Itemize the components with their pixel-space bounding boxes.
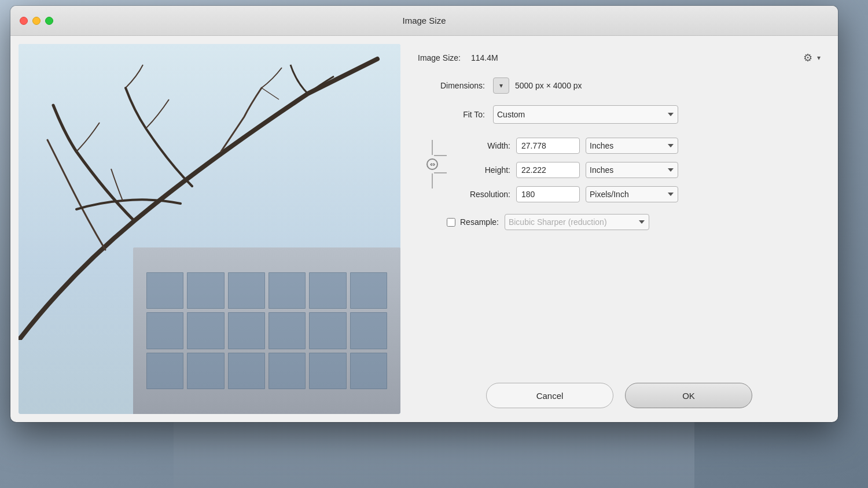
- resample-select-wrap: Bicubic Sharper (reduction) Bicubic (smo…: [505, 214, 649, 230]
- link-icon: ⇔: [426, 158, 438, 170]
- preview-image: [19, 44, 400, 414]
- resample-label: Resample:: [460, 217, 499, 227]
- height-label: Height:: [447, 165, 510, 175]
- resolution-label: Resolution:: [447, 190, 510, 199]
- height-row: Height: 22.222 Inches Centimeters Millim…: [447, 162, 821, 178]
- resample-row: Resample: Bicubic Sharper (reduction) Bi…: [418, 214, 821, 230]
- dimensions-row: Dimensions: ▾ 5000 px × 4000 px: [418, 77, 821, 94]
- image-size-label: Image Size:: [418, 53, 466, 62]
- height-unit-select[interactable]: Inches Centimeters Millimeters Points Pi…: [586, 162, 678, 178]
- width-unit-select[interactable]: Inches Centimeters Millimeters Points Pi…: [586, 138, 678, 154]
- ok-button[interactable]: OK: [625, 383, 752, 408]
- cancel-button[interactable]: Cancel: [486, 383, 613, 408]
- window-title: Image Size: [402, 16, 446, 25]
- buttons-row: Cancel OK: [418, 371, 821, 408]
- titlebar: Image Size: [10, 6, 838, 36]
- width-input[interactable]: 27.778: [516, 138, 580, 154]
- dimensions-label: Dimensions:: [418, 81, 493, 90]
- link-bracket: ⇔: [418, 135, 447, 202]
- spacer: [418, 230, 821, 371]
- image-size-left: Image Size: 114.4M: [418, 53, 498, 62]
- fit-to-label: Fit To:: [418, 110, 493, 119]
- dimensions-value: 5000 px × 4000 px: [515, 81, 582, 90]
- image-size-value: 114.4M: [471, 53, 498, 62]
- preview-panel: [19, 44, 400, 414]
- close-button[interactable]: [20, 17, 28, 25]
- image-size-row: Image Size: 114.4M ⚙ ▾: [418, 50, 821, 66]
- width-label: Width:: [447, 141, 510, 150]
- dimensions-chevron-button[interactable]: ▾: [493, 77, 509, 94]
- chevron-down-icon: ▾: [499, 82, 503, 90]
- resample-method-select[interactable]: Bicubic Sharper (reduction) Bicubic (smo…: [505, 214, 649, 230]
- maximize-button[interactable]: [45, 17, 53, 25]
- resolution-input[interactable]: 180: [516, 186, 580, 202]
- bracket-bottom-line: [432, 173, 433, 188]
- window-body: Image Size: 114.4M ⚙ ▾ Dimensions: ▾ 500…: [10, 36, 838, 422]
- bracket-horizontal: [418, 155, 447, 156]
- width-row: Width: 27.778 Inches Centimeters Millime…: [447, 138, 821, 154]
- linked-section: ⇔ Width: 27.778 Inches: [418, 135, 821, 202]
- gear-dropdown-combo: ⚙ ▾: [800, 50, 821, 66]
- fit-to-select[interactable]: Custom Original Size US Paper (8.5 x 11 …: [493, 105, 678, 124]
- gear-button[interactable]: ⚙: [800, 50, 816, 66]
- fit-to-row: Fit To: Custom Original Size US Paper (8…: [418, 105, 821, 124]
- bracket-top-line: [432, 140, 433, 155]
- resolution-unit-select[interactable]: Pixels/Inch Pixels/Centimeter: [586, 186, 678, 202]
- building-windows: [146, 272, 387, 389]
- gear-icon: ⚙: [803, 51, 812, 64]
- linked-fields: Width: 27.778 Inches Centimeters Millime…: [447, 135, 821, 202]
- image-size-window: Image Size: [10, 6, 838, 422]
- bracket-h-line-bottom: [434, 172, 447, 173]
- controls-panel: Image Size: 114.4M ⚙ ▾ Dimensions: ▾ 500…: [400, 36, 838, 422]
- resample-checkbox[interactable]: [447, 218, 455, 227]
- height-input[interactable]: 22.222: [516, 162, 580, 178]
- gear-dropdown-icon: ▾: [817, 54, 821, 62]
- traffic-lights: [20, 17, 53, 25]
- resolution-row: Resolution: 180 Pixels/Inch Pixels/Centi…: [447, 186, 821, 202]
- minimize-button[interactable]: [32, 17, 41, 25]
- bracket-h-line-top: [434, 155, 447, 156]
- resample-checkbox-wrap: Resample:: [447, 217, 499, 227]
- building-preview: [133, 247, 400, 414]
